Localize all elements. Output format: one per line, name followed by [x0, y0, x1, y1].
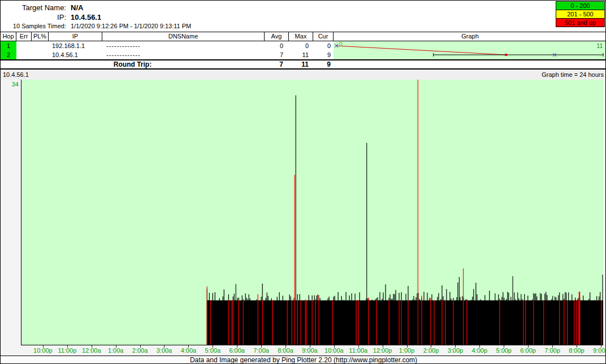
- x-axis-tick-label: 5:00p: [496, 347, 512, 354]
- status-bar: Data and Image generated by Ping Plotter…: [1, 356, 606, 364]
- ip-label: IP:: [1, 13, 66, 21]
- column-header-cur[interactable]: Cur: [313, 32, 334, 41]
- mini-graph-svg: 011: [334, 41, 606, 59]
- x-axis-tick-label: 6:00a: [229, 347, 245, 354]
- column-header-dnsname[interactable]: DNSName: [102, 32, 265, 41]
- x-axis-tick-label: 10:00p: [33, 347, 53, 354]
- round-trip-avg: 7: [265, 60, 289, 68]
- cell-ip: 10.4.56.1: [49, 50, 102, 59]
- pingplotter-window: Target Name: N/A IP: 10.4.56.1 10 Sample…: [0, 0, 606, 364]
- cell-max: 0: [289, 41, 313, 50]
- x-axis-tick-label: 7:00a: [253, 347, 269, 354]
- x-axis-tick-label: 12:00a: [82, 347, 101, 354]
- x-axis-tick-label: 3:00a: [157, 347, 172, 354]
- column-header-pl[interactable]: PL%: [32, 32, 49, 41]
- hop-number: 1: [1, 41, 16, 50]
- samples-timed-value: 1/1/2020 9:12:26 PM - 1/1/2020 9:13:11 P…: [71, 23, 191, 29]
- cell-pl: [32, 41, 49, 50]
- table-row-hop-2[interactable]: 2 10.4.56.1 ------------- 7 11 9: [1, 50, 334, 59]
- round-trip-cur: 9: [313, 60, 334, 68]
- x-axis-strip: 10:00p11:00p12:00a1:00a2:00a3:00a4:00a5:…: [1, 345, 606, 356]
- hop-latency-mini-graph: 011: [334, 41, 606, 59]
- cell-cur: 9: [313, 50, 334, 59]
- round-trip-label: Round Trip:: [1, 60, 265, 68]
- x-axis-tick-label: 11:00a: [349, 347, 367, 354]
- svg-text:11: 11: [597, 43, 603, 49]
- ip-value: 10.4.56.1: [71, 13, 101, 21]
- column-header-graph[interactable]: Graph: [334, 32, 606, 41]
- x-axis-tick-label: 6:00p: [520, 347, 536, 354]
- x-axis-tick-label: 8:00a: [278, 347, 293, 354]
- column-header-max[interactable]: Max: [289, 32, 313, 41]
- graph-target-title: 10.4.56.1: [3, 71, 29, 78]
- x-axis-tick-label: 1:00p: [399, 347, 415, 354]
- x-axis-tick-label: 5:00a: [205, 347, 221, 354]
- svg-text:0: 0: [339, 41, 343, 47]
- cell-dnsname: -------------: [102, 41, 265, 50]
- x-axis-tick-label: 2:00p: [423, 347, 439, 354]
- x-axis-tick-label: 9:00a: [302, 347, 318, 354]
- cell-max: 11: [289, 50, 313, 59]
- x-axis-tick-label: 7:00p: [544, 347, 560, 354]
- legend-item-warning: 201 - 500: [556, 10, 605, 19]
- latency-legend: 0 - 200 201 - 500 501 and up: [556, 2, 605, 27]
- column-header-err[interactable]: Err: [16, 32, 32, 41]
- x-axis-tick-label: 4:00p: [472, 347, 488, 354]
- x-axis-tick-label: 8:00p: [569, 347, 585, 354]
- x-axis-tick-label: 1:00a: [108, 347, 124, 354]
- response-time-plot-svg: [21, 80, 603, 345]
- target-name-label: Target Name:: [1, 3, 66, 12]
- target-name-value: N/A: [71, 3, 83, 12]
- hop-number: 2: [1, 50, 16, 59]
- graph-time-label: Graph time = 24 hours: [542, 71, 604, 78]
- table-header-row: Hop Err PL% IP DNSName Avg Max Cur Graph: [1, 32, 606, 41]
- round-trip-row: Round Trip: 7 11 9: [1, 59, 606, 70]
- x-axis-tick-label: 4:00a: [181, 347, 197, 354]
- cell-avg: 7: [265, 50, 289, 59]
- graph-title-strip: 10.4.56.1 Graph time = 24 hours: [1, 70, 606, 80]
- table-row-hop-1[interactable]: 1 192.168.1.1 ------------- 0 0 0: [1, 41, 334, 50]
- round-trip-max: 11: [289, 60, 313, 68]
- time-series-plot-region: 34: [1, 80, 606, 345]
- cell-err: [16, 41, 32, 50]
- x-axis-tick-label: 2:00a: [132, 347, 148, 354]
- legend-item-bad: 501 and up: [556, 18, 605, 27]
- x-axis-tick-label: 12:00p: [373, 347, 392, 354]
- x-axis-tick-label: 3:00p: [448, 347, 464, 354]
- cell-err: [16, 50, 32, 59]
- y-axis-max-label: 34: [1, 81, 19, 88]
- response-time-plot[interactable]: [21, 80, 603, 345]
- column-header-ip[interactable]: IP: [49, 32, 102, 41]
- cell-avg: 0: [265, 41, 289, 50]
- samples-timed-label: 10 Samples Timed:: [1, 23, 66, 29]
- legend-item-good: 0 - 200: [556, 1, 605, 10]
- cell-dnsname: -------------: [102, 50, 265, 59]
- x-axis-tick-label: 11:00p: [58, 347, 76, 354]
- x-axis-tick-label: 10:00a: [324, 347, 344, 354]
- cell-pl: [32, 50, 49, 59]
- cell-cur: 0: [313, 41, 334, 50]
- column-header-hop[interactable]: Hop: [1, 32, 16, 41]
- column-header-avg[interactable]: Avg: [265, 32, 289, 41]
- cell-ip: 192.168.1.1: [49, 41, 102, 50]
- trace-table: Hop Err PL% IP DNSName Avg Max Cur Graph…: [1, 32, 606, 70]
- x-axis-tick-label: 9:00p: [593, 347, 606, 354]
